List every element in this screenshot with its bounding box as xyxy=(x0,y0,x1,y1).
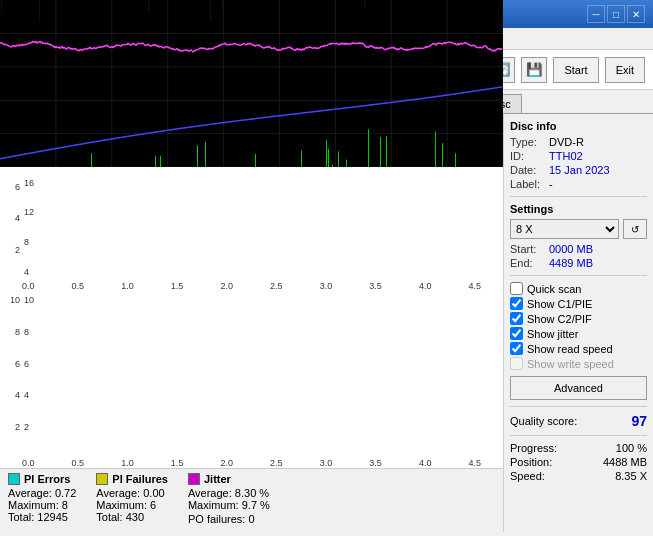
settings-title: Settings xyxy=(510,203,647,215)
quality-score-value: 97 xyxy=(631,413,647,429)
start-value: 0000 MB xyxy=(549,243,593,255)
pi-failures-avg: Average: 0.00 xyxy=(96,487,168,499)
show-write-speed-label: Show write speed xyxy=(527,358,614,370)
window-controls: ─ □ ✕ xyxy=(587,5,645,23)
chart2-row: 10 8 6 4 2 10 8 6 4 2 xyxy=(0,291,503,458)
disc-id-row: ID: TTH02 xyxy=(510,150,647,162)
disc-date-value: 15 Jan 2023 xyxy=(549,164,610,176)
stats-bar: PI Errors Average: 0.72 Maximum: 8 Total… xyxy=(0,468,503,532)
show-write-speed-row: Show write speed xyxy=(510,357,647,370)
jitter-avg: Average: 8.30 % xyxy=(188,487,270,499)
pi-failures-total: Total: 430 xyxy=(96,511,168,523)
pi-failures-stat: PI Failures Average: 0.00 Maximum: 6 Tot… xyxy=(96,473,168,528)
jitter-max: Maximum: 9.7 % xyxy=(188,499,270,511)
start-row: Start: 0000 MB xyxy=(510,243,647,255)
pi-errors-label: PI Errors xyxy=(24,473,70,485)
show-c2pif-checkbox[interactable] xyxy=(510,312,523,325)
progress-row: Progress: 100 % xyxy=(510,442,647,454)
speed-label: Speed: xyxy=(510,470,545,482)
pi-errors-total: Total: 12945 xyxy=(8,511,76,523)
pi-failures-max: Maximum: 6 xyxy=(96,499,168,511)
speed-value: 8.35 X xyxy=(615,470,647,482)
disc-label-row: Label: - xyxy=(510,178,647,190)
disc-type-row: Type: DVD-R xyxy=(510,136,647,148)
jitter-stat: Jitter Average: 8.30 % Maximum: 9.7 % PO… xyxy=(188,473,270,528)
right-panel: Disc info Type: DVD-R ID: TTH02 Date: 15… xyxy=(503,114,653,532)
quality-score-row: Quality score: 97 xyxy=(510,413,647,429)
end-row: End: 4489 MB xyxy=(510,257,647,269)
progress-label: Progress: xyxy=(510,442,557,454)
quick-scan-label: Quick scan xyxy=(527,283,581,295)
chart2-canvas xyxy=(0,0,503,167)
progress-value: 100 % xyxy=(616,442,647,454)
position-row: Position: 4488 MB xyxy=(510,456,647,468)
minimize-button[interactable]: ─ xyxy=(587,5,605,23)
pi-errors-max: Maximum: 8 xyxy=(8,499,76,511)
disc-label-label: Label: xyxy=(510,178,545,190)
chart2-y-axis-left: 10 8 6 4 2 xyxy=(0,291,22,458)
main-content: 10 8 6 4 2 24 20 16 12 8 4 0.00.51.01.52… xyxy=(0,114,653,532)
speed-setting-row: 8 X ↺ xyxy=(510,219,647,239)
disc-type-value: DVD-R xyxy=(549,136,584,148)
chart2-y-axis-right: 10 8 6 4 2 xyxy=(22,291,44,458)
show-jitter-checkbox[interactable] xyxy=(510,327,523,340)
chart1-x-axis: 0.00.51.01.52.02.53.03.54.04.5 xyxy=(0,281,503,291)
chart2-x-axis: 0.00.51.01.52.02.53.03.54.04.5 xyxy=(0,458,503,468)
speed-row: Speed: 8.35 X xyxy=(510,470,647,482)
settings-refresh-button[interactable]: ↺ xyxy=(623,219,647,239)
pi-failures-label: PI Failures xyxy=(112,473,168,485)
position-label: Position: xyxy=(510,456,552,468)
po-failures: PO failures: 0 xyxy=(188,513,270,525)
quick-scan-row: Quick scan xyxy=(510,282,647,295)
disc-info-title: Disc info xyxy=(510,120,647,132)
save-button[interactable]: 💾 xyxy=(521,57,547,83)
pi-errors-avg: Average: 0.72 xyxy=(8,487,76,499)
disc-id-value: TTH02 xyxy=(549,150,583,162)
end-label: End: xyxy=(510,257,545,269)
jitter-label: Jitter xyxy=(204,473,231,485)
disc-type-label: Type: xyxy=(510,136,545,148)
show-read-speed-row: Show read speed xyxy=(510,342,647,355)
pi-errors-color xyxy=(8,473,20,485)
show-c1pie-label: Show C1/PIE xyxy=(527,298,592,310)
disc-label-value: - xyxy=(549,178,553,190)
advanced-button[interactable]: Advanced xyxy=(510,376,647,400)
maximize-button[interactable]: □ xyxy=(607,5,625,23)
pi-errors-stat: PI Errors Average: 0.72 Maximum: 8 Total… xyxy=(8,473,76,528)
close-button[interactable]: ✕ xyxy=(627,5,645,23)
disc-id-label: ID: xyxy=(510,150,545,162)
quick-scan-checkbox[interactable] xyxy=(510,282,523,295)
show-c1pie-checkbox[interactable] xyxy=(510,297,523,310)
start-label: Start: xyxy=(510,243,545,255)
position-value: 4488 MB xyxy=(603,456,647,468)
jitter-color xyxy=(188,473,200,485)
divider4 xyxy=(510,435,647,436)
disc-date-row: Date: 15 Jan 2023 xyxy=(510,164,647,176)
charts-stats-area: 10 8 6 4 2 24 20 16 12 8 4 0.00.51.01.52… xyxy=(0,114,503,532)
show-read-speed-checkbox[interactable] xyxy=(510,342,523,355)
show-write-speed-checkbox xyxy=(510,357,523,370)
disc-date-label: Date: xyxy=(510,164,545,176)
divider3 xyxy=(510,406,647,407)
show-c2pif-row: Show C2/PIF xyxy=(510,312,647,325)
start-button[interactable]: Start xyxy=(553,57,598,83)
show-c1pie-row: Show C1/PIE xyxy=(510,297,647,310)
quality-score-label: Quality score: xyxy=(510,415,577,427)
end-value: 4489 MB xyxy=(549,257,593,269)
show-jitter-label: Show jitter xyxy=(527,328,578,340)
speed-select[interactable]: 8 X xyxy=(510,219,619,239)
show-read-speed-label: Show read speed xyxy=(527,343,613,355)
divider2 xyxy=(510,275,647,276)
divider1 xyxy=(510,196,647,197)
exit-button[interactable]: Exit xyxy=(605,57,645,83)
show-c2pif-label: Show C2/PIF xyxy=(527,313,592,325)
show-jitter-row: Show jitter xyxy=(510,327,647,340)
pi-failures-color xyxy=(96,473,108,485)
